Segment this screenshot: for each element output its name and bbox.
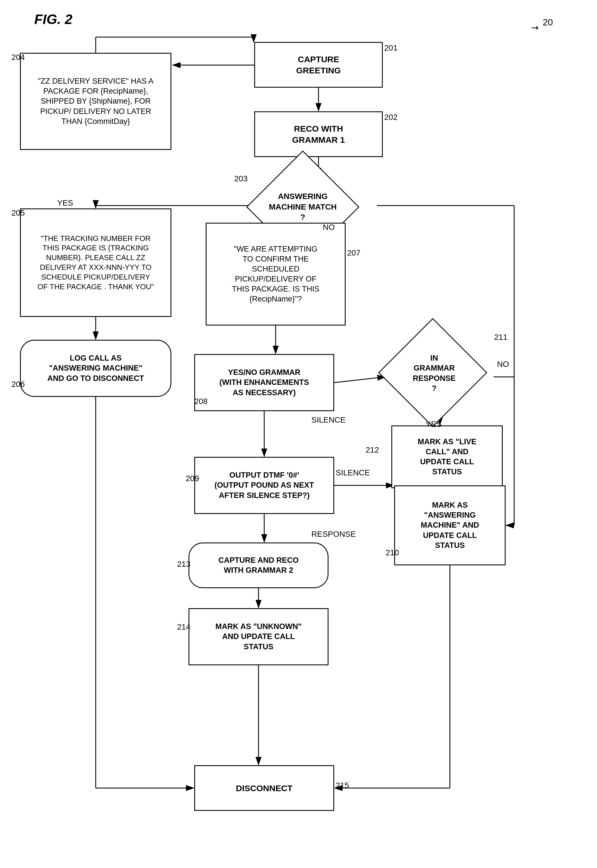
diagram-container: FIG. 2 20 ↗ CAPTURE GREETING 201 RECO WI… [0,0,597,868]
ref-202: 202 [384,113,398,122]
node-205: "THE TRACKING NUMBER FOR THIS PACKAGE IS… [20,209,171,317]
node-210-label: MARK AS "ANSWERING MACHINE" AND UPDATE C… [421,500,479,550]
ref-20: 20 [543,17,553,28]
no-label-203: NO [323,223,335,232]
ref-204: 204 [12,53,25,62]
response-label-209: RESPONSE [311,530,356,539]
node-212: MARK AS "LIVE CALL" AND UPDATE CALL STAT… [391,425,503,488]
ref-209: 209 [186,474,199,483]
node-212-label: MARK AS "LIVE CALL" AND UPDATE CALL STAT… [417,437,476,477]
silence-label-208: SILENCE [311,415,346,425]
node-211-label: INGRAMMARRESPONSE? [386,338,483,408]
ref-20-arrow: ↗ [529,21,542,34]
node-201: CAPTURE GREETING [254,42,383,87]
ref-215: 215 [336,781,349,790]
ref-201: 201 [384,43,398,53]
node-209-label: OUTPUT DTMF '0#' (OUTPUT POUND AS NEXT A… [214,470,314,500]
node-213: CAPTURE AND RECO WITH GRAMMAR 2 [189,542,328,588]
node-205-label: "THE TRACKING NUMBER FOR THIS PACKAGE IS… [37,234,154,292]
node-213-label: CAPTURE AND RECO WITH GRAMMAR 2 [218,555,298,575]
node-211-container: INGRAMMARRESPONSE? [368,331,506,417]
figure-label: FIG. 2 [34,12,72,27]
node-206-label: LOG CALL AS "ANSWERING MACHINE" AND GO T… [48,353,144,383]
node-201-label: CAPTURE GREETING [296,54,341,76]
ref-213: 213 [177,560,190,569]
ref-206: 206 [12,380,25,389]
yes-label-203: YES [57,198,73,207]
node-209: OUTPUT DTMF '0#' (OUTPUT POUND AS NEXT A… [194,457,334,514]
node-202-label: RECO WITH GRAMMAR 1 [292,123,345,145]
node-204-label: "ZZ DELIVERY SERVICE" HAS A PACKAGE FOR … [38,76,154,126]
node-202: RECO WITH GRAMMAR 1 [254,111,383,157]
ref-214: 214 [177,622,190,632]
ref-212: 212 [365,446,379,455]
silence-label-209: SILENCE [336,468,370,477]
node-207: "WE ARE ATTEMPTING TO CONFIRM THE SCHEDU… [206,223,346,326]
ref-205: 205 [12,209,25,218]
node-206: LOG CALL AS "ANSWERING MACHINE" AND GO T… [20,340,171,397]
node-207-label: "WE ARE ATTEMPTING TO CONFIRM THE SCHEDU… [232,244,320,304]
ref-211: 211 [494,333,508,342]
ref-203: 203 [234,174,248,183]
no-label-211: NO [497,360,509,369]
node-208: YES/NO GRAMMAR (WITH ENHANCEMENTS AS NEC… [194,354,334,411]
ref-210: 210 [386,548,399,557]
yes-label-211: YES [426,420,442,429]
node-214: MARK AS "UNKNOWN" AND UPDATE CALL STATUS [189,608,328,665]
ref-207: 207 [347,249,361,258]
node-208-label: YES/NO GRAMMAR (WITH ENHANCEMENTS AS NEC… [219,367,309,397]
node-214-label: MARK AS "UNKNOWN" AND UPDATE CALL STATUS [215,622,301,652]
node-204: "ZZ DELIVERY SERVICE" HAS A PACKAGE FOR … [20,53,171,150]
node-215-label: DISCONNECT [236,783,293,794]
node-210: MARK AS "ANSWERING MACHINE" AND UPDATE C… [394,485,506,565]
node-215: DISCONNECT [194,765,334,811]
ref-208: 208 [194,397,208,406]
